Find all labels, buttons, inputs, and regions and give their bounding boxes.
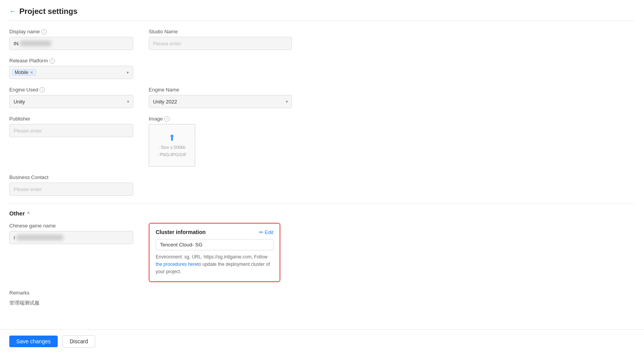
footer: Save changes Discard: [0, 329, 644, 353]
other-section-toggle[interactable]: ^: [27, 211, 30, 216]
release-platform-arrow: ▾: [127, 70, 129, 75]
publisher-label: Publisher: [9, 116, 133, 122]
upload-icon: ⬆: [168, 133, 175, 143]
cluster-title: Cluster information: [156, 229, 206, 235]
engine-used-info-icon: i: [39, 87, 45, 93]
discard-button[interactable]: Discard: [62, 335, 95, 348]
remarks-label: Remarks: [9, 290, 133, 296]
studio-name-label: Studio Name: [149, 29, 292, 34]
other-section-header: Other ^: [9, 210, 635, 217]
row-display-studio: Display name i IN Studio Name: [9, 29, 635, 50]
display-name-label: Display name i: [9, 29, 133, 34]
engine-name-col: Engine Name Unity 2022 Unity 2021 Unity …: [149, 87, 292, 108]
cluster-description: Environment: sg, URL: https://sg.intlgam…: [156, 253, 273, 276]
row-business-contact: Business Contact: [9, 174, 635, 196]
publisher-input[interactable]: [9, 124, 133, 137]
engine-used-col: Engine Used i Unity Unreal Custom ▾: [9, 87, 133, 108]
display-name-col: Display name i IN: [9, 29, 133, 50]
cluster-header: Cluster information ✏ Edit: [156, 229, 273, 235]
row-remarks: Remarks 管理端测试服: [9, 290, 635, 308]
row-engine: Engine Used i Unity Unreal Custom ▾ Engi…: [9, 87, 635, 108]
save-changes-button[interactable]: Save changes: [9, 336, 58, 347]
cluster-name: Tencent Cloud- SG: [156, 239, 273, 250]
remove-mobile-tag[interactable]: ✕: [30, 70, 33, 75]
main-content: Display name i IN Studio Name Release Pl…: [0, 29, 644, 353]
release-platform-col: Release Platform i Mobile ✕ ▾: [9, 58, 133, 79]
business-contact-label: Business Contact: [9, 174, 133, 180]
project-settings-page: ← Project settings Display name i IN Stu…: [0, 0, 644, 353]
remarks-value: 管理端测试服: [9, 298, 133, 308]
display-name-info-icon: i: [41, 29, 47, 34]
business-contact-col: Business Contact: [9, 174, 133, 196]
engine-name-label: Engine Name: [149, 87, 292, 93]
mobile-tag: Mobile ✕: [12, 69, 36, 76]
page-title: Project settings: [19, 7, 77, 16]
studio-name-input[interactable]: [149, 37, 292, 50]
engine-name-select[interactable]: Unity 2022 Unity 2021 Unity 2020: [149, 95, 292, 108]
row-publisher-image: Publisher Image i ⬆ · Size ≤ 500kb · PNG…: [9, 116, 635, 167]
release-platform-label: Release Platform i: [9, 58, 133, 64]
image-col: Image i ⬆ · Size ≤ 500kb · PNG/JPG/GIF: [149, 116, 292, 167]
image-info-icon: i: [164, 116, 170, 122]
other-section-divider: [9, 203, 635, 204]
image-upload-area[interactable]: ⬆ · Size ≤ 500kb · PNG/JPG/GIF: [149, 124, 195, 167]
edit-pencil-icon: ✏: [259, 229, 263, 235]
row-other: Chinese game name I Cluster information …: [9, 223, 635, 282]
page-header: ← Project settings: [0, 0, 644, 21]
image-label: Image i: [149, 116, 292, 122]
chinese-game-name-input[interactable]: I: [9, 231, 133, 244]
business-contact-input[interactable]: [9, 183, 133, 196]
studio-name-spacer: [149, 58, 292, 79]
display-name-input[interactable]: IN: [9, 37, 133, 50]
back-button[interactable]: ←: [9, 7, 16, 15]
top-divider: [9, 21, 635, 21]
chinese-game-name-col: Chinese game name I: [9, 223, 133, 282]
engine-name-wrapper: Unity 2022 Unity 2021 Unity 2020 ▾: [149, 95, 292, 108]
cluster-col: Cluster information ✏ Edit Tencent Cloud…: [149, 223, 292, 282]
publisher-col: Publisher: [9, 116, 133, 167]
release-platform-info-icon: i: [50, 58, 55, 64]
engine-used-select[interactable]: Unity Unreal Custom: [9, 95, 133, 108]
cluster-card: Cluster information ✏ Edit Tencent Cloud…: [149, 223, 280, 282]
upload-hint-size: · Size ≤ 500kb: [158, 145, 185, 150]
upload-hint-format: · PNG/JPG/GIF: [157, 152, 187, 158]
row-release-platform: Release Platform i Mobile ✕ ▾: [9, 58, 635, 79]
engine-used-label: Engine Used i: [9, 87, 133, 93]
chinese-game-name-label: Chinese game name: [9, 223, 133, 229]
business-contact-right-spacer: [149, 174, 292, 196]
engine-used-wrapper: Unity Unreal Custom ▾: [9, 95, 133, 108]
release-platform-select[interactable]: Mobile ✕ ▾: [9, 66, 133, 79]
cluster-edit-button[interactable]: ✏ Edit: [259, 229, 273, 235]
cluster-procedures-link[interactable]: the procedures here: [156, 262, 197, 267]
remarks-col: Remarks 管理端测试服: [9, 290, 133, 308]
studio-name-col: Studio Name: [149, 29, 292, 50]
